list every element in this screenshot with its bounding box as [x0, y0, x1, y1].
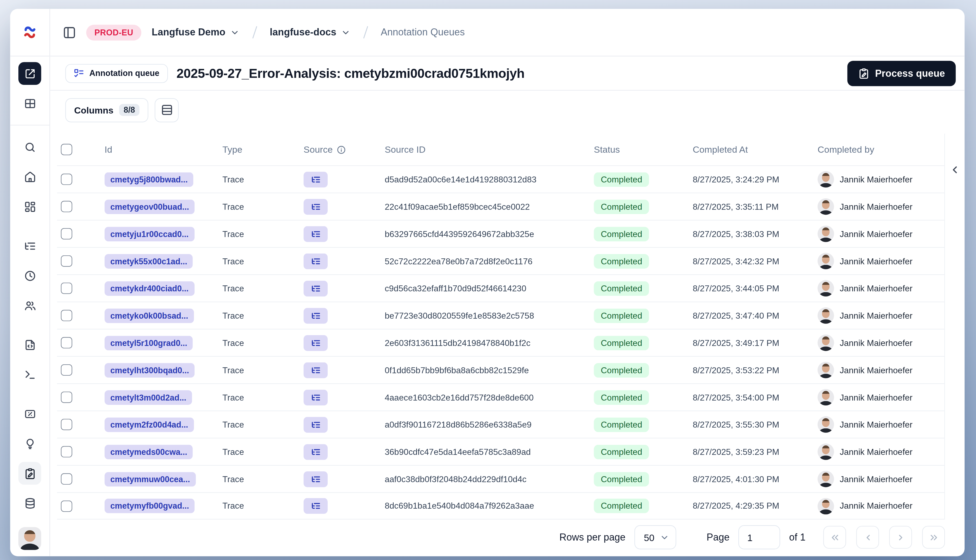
org-switcher[interactable]: Langfuse Demo [152, 27, 239, 38]
page-number-input[interactable] [738, 525, 780, 549]
source-trace-link[interactable] [304, 308, 328, 323]
table-row[interactable]: cmetym2fz00d4ad... Trace a0df3f901167218… [57, 410, 944, 438]
column-header-completed-by[interactable]: Completed by [812, 144, 944, 155]
sidebar-item-grid-view[interactable] [18, 92, 41, 115]
row-checkbox[interactable] [61, 310, 72, 321]
item-type: Trace [217, 474, 298, 484]
sidebar-item-playground[interactable] [18, 363, 41, 386]
previous-page-button[interactable] [856, 526, 879, 548]
breadcrumb-current-section[interactable]: Annotation Queues [381, 27, 465, 38]
row-checkbox[interactable] [61, 337, 72, 348]
list-todo-icon [73, 68, 84, 78]
source-trace-link[interactable] [304, 172, 328, 187]
table-row[interactable]: cmetyk55x00c1ad... Trace 52c72c2222ea78e… [57, 247, 944, 274]
sidebar-item-sessions[interactable] [18, 264, 41, 287]
item-id-link[interactable]: cmetygeov00buad... [105, 199, 195, 214]
status-badge: Completed [594, 172, 649, 187]
item-id-link[interactable]: cmetyg5j800bwad... [105, 172, 193, 187]
table-body: cmetyg5j800bwad... Trace d5ad9d52a00c6e1… [57, 165, 944, 520]
table-row[interactable]: cmetyju1r00ccad0... Trace b63297665cfd44… [57, 220, 944, 247]
source-trace-link[interactable] [304, 417, 328, 432]
table-row[interactable]: cmetykdr400ciad0... Trace c9d56ca32efaff… [57, 274, 944, 302]
slash-separator [250, 23, 260, 42]
columns-button[interactable]: Columns 8/8 [65, 98, 148, 122]
row-checkbox[interactable] [61, 282, 72, 294]
sidebar-item-evaluators[interactable] [18, 402, 41, 425]
slash-separator [360, 23, 370, 42]
table-row[interactable]: cmetylt3m00d2ad... Trace 4aaece1603cb2e1… [57, 383, 944, 410]
row-checkbox[interactable] [61, 473, 72, 485]
column-header-status[interactable]: Status [588, 144, 687, 155]
column-header-id[interactable]: Id [99, 144, 217, 155]
column-header-completed-at[interactable]: Completed At [687, 144, 812, 155]
source-trace-link[interactable] [304, 198, 328, 215]
process-queue-button[interactable]: Process queue [847, 60, 956, 86]
sidebar-item-open-external[interactable] [18, 62, 41, 85]
sidebar-item-search[interactable] [18, 136, 41, 158]
sidebar-item-prompts[interactable] [18, 333, 41, 356]
table-row[interactable]: cmetymeds00cwa... Trace 36b90cdfc47e5da1… [57, 438, 944, 465]
source-trace-link[interactable] [304, 280, 328, 296]
item-id-link[interactable]: cmetylt3m00d2ad... [105, 390, 192, 405]
table-row[interactable]: cmetymyfb00gvad... Trace 8dc69b1ba1e540b… [57, 492, 944, 520]
sidebar-toggle-button[interactable] [63, 26, 76, 39]
column-header-type[interactable]: Type [217, 144, 298, 155]
first-page-button[interactable] [823, 526, 846, 548]
source-trace-link[interactable] [304, 498, 328, 514]
row-height-button[interactable] [155, 98, 179, 122]
row-checkbox[interactable] [61, 500, 72, 512]
item-type: Trace [217, 365, 298, 375]
sidebar-item-annotation-queues[interactable] [18, 462, 41, 485]
table-row[interactable]: cmetyl5r100grad0... Trace 2e603f31361115… [57, 329, 944, 356]
table-row[interactable]: cmetygeov00buad... Trace 22c41f09acae5b1… [57, 193, 944, 220]
table-row[interactable]: cmetymmuw00cea... Trace aaf0c38db0f3f204… [57, 465, 944, 492]
project-switcher[interactable]: langfuse-docs [270, 27, 350, 38]
row-checkbox[interactable] [61, 392, 72, 403]
environment-badge[interactable]: PROD-EU [86, 24, 142, 40]
item-id-link[interactable]: cmetylht300bqad0... [105, 363, 195, 377]
source-trace-link[interactable] [304, 253, 328, 269]
sidebar-item-users[interactable] [18, 294, 41, 317]
sidebar-item-insights[interactable] [18, 432, 41, 455]
sidebar-item-dashboard[interactable] [18, 195, 41, 218]
source-trace-link[interactable] [304, 389, 328, 405]
collapse-panel-button[interactable] [947, 162, 963, 178]
sidebar-item-tracing[interactable] [18, 234, 41, 257]
item-id-link[interactable]: cmetymmuw00cea... [105, 472, 196, 486]
column-header-source[interactable]: Source [298, 144, 379, 155]
last-page-button[interactable] [922, 526, 945, 548]
sidebar-item-datasets[interactable] [18, 492, 41, 514]
select-all-checkbox[interactable] [61, 144, 72, 155]
source-trace-link[interactable] [304, 335, 328, 351]
item-id-link[interactable]: cmetym2fz00d4ad... [105, 417, 194, 432]
row-checkbox[interactable] [61, 255, 72, 267]
source-trace-link[interactable] [304, 226, 328, 242]
user-avatar-button[interactable] [18, 527, 41, 550]
source-trace-link[interactable] [304, 444, 328, 460]
row-checkbox[interactable] [61, 201, 72, 212]
annotation-queue-badge[interactable]: Annotation queue [65, 64, 168, 83]
source-trace-link[interactable] [304, 471, 328, 487]
sidebar-item-home[interactable] [18, 165, 41, 188]
item-id-link[interactable]: cmetyko0k00bsad... [105, 308, 194, 323]
item-id-link[interactable]: cmetyju1r00ccad0... [105, 227, 194, 241]
row-checkbox[interactable] [61, 418, 72, 430]
item-id-link[interactable]: cmetyk55x00c1ad... [105, 254, 193, 268]
source-trace-link[interactable] [304, 362, 328, 378]
item-id-link[interactable]: cmetykdr400ciad0... [105, 281, 194, 296]
table-row[interactable]: cmetyko0k00bsad... Trace be7723e30d80205… [57, 302, 944, 329]
column-header-source-id[interactable]: Source ID [379, 144, 588, 155]
item-id-link[interactable]: cmetymeds00cwa... [105, 444, 193, 459]
table-row[interactable]: cmetyg5j800bwad... Trace d5ad9d52a00c6e1… [57, 165, 944, 193]
completed-by-avatar [818, 416, 834, 433]
next-page-button[interactable] [889, 526, 912, 548]
table-row[interactable]: cmetylht300bqad0... Trace 0f1dd65b7bb9bf… [57, 356, 944, 383]
row-checkbox[interactable] [61, 173, 72, 185]
panel-left-icon [63, 26, 76, 39]
rows-per-page-select[interactable]: 50 [634, 525, 676, 549]
row-checkbox[interactable] [61, 446, 72, 457]
item-id-link[interactable]: cmetymyfb00gvad... [105, 498, 195, 513]
row-checkbox[interactable] [61, 228, 72, 240]
item-id-link[interactable]: cmetyl5r100grad0... [105, 335, 193, 350]
row-checkbox[interactable] [61, 364, 72, 376]
